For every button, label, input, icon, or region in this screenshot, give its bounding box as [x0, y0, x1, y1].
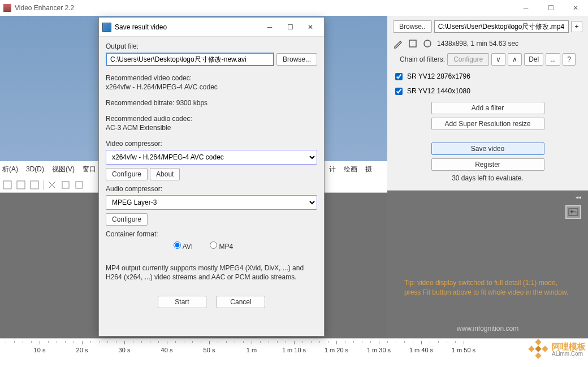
app-logo-icon [3, 4, 11, 12]
tool-icon[interactable] [74, 180, 84, 190]
watermark-logo-icon [529, 340, 548, 359]
delete-filter-button[interactable]: Del [524, 53, 543, 66]
output-file-input[interactable] [106, 53, 274, 66]
video-info: 1438x898, 1 min 54.63 sec [437, 40, 518, 48]
dialog-icon [102, 23, 111, 32]
pencil-icon[interactable] [393, 38, 403, 49]
container-format-label: Container format: [106, 230, 317, 238]
audio-compressor-select[interactable]: MPEG Layer-3 [106, 195, 317, 210]
app-title: Video Enhancer 2.2 [15, 4, 513, 12]
timeline-label: 50 s [204, 347, 215, 353]
format-avi-radio[interactable]: AVI [174, 241, 193, 251]
rec-vcodec-value: x264vfw - H.264/MPEG-4 AVC codec [106, 83, 317, 91]
svg-point-10 [570, 210, 573, 213]
menu-3d[interactable]: 3D(D) [26, 165, 44, 173]
timeline-label: 40 s [161, 347, 173, 353]
dialog-title: Save result video [115, 23, 260, 31]
svg-rect-7 [409, 40, 416, 47]
tool-icon[interactable] [60, 180, 71, 190]
timeline-label: 30 s [119, 347, 131, 353]
trial-text: 30 days left to evaluate. [393, 174, 582, 182]
move-down-button[interactable]: ∨ [491, 53, 505, 66]
filter-row[interactable]: SR YV12 1440x1080 [393, 84, 582, 98]
preview-dark-panel: ◂◂ Tip: video display switched to full d… [387, 191, 588, 338]
svg-rect-6 [76, 182, 83, 188]
side-panel: Browse.. + 1438x898, 1 min 54.63 sec Cha… [387, 16, 588, 338]
timeline-label: 1 m 40 s [409, 347, 433, 353]
maximize-button[interactable]: ☐ [538, 0, 563, 16]
watermark-sub: ALimm.Com [552, 351, 586, 357]
minimize-button[interactable]: ─ [513, 0, 538, 16]
cn-icon-1[interactable]: 计 [329, 165, 336, 174]
svg-rect-2 [31, 181, 38, 189]
register-button[interactable]: Register [431, 158, 544, 171]
audio-compressor-label: Audio compressor: [106, 185, 317, 193]
filter-1-label: SR YV12 2876x1796 [407, 72, 470, 80]
vcomp-configure-button[interactable]: Configure [106, 168, 148, 180]
move-up-button[interactable]: ∧ [508, 53, 522, 66]
help-button[interactable]: ? [563, 53, 576, 66]
mp4-note-1: MP4 output currently supports mostly MPE… [106, 264, 317, 272]
tool-icon[interactable] [29, 180, 40, 190]
rec-bitrate: Recommended bitrate: 9300 kbps [106, 99, 317, 107]
footer-link[interactable]: www.infognition.com [387, 325, 588, 333]
more-button[interactable]: ... [546, 53, 560, 66]
cn-icon-2[interactable]: 绘画 [344, 165, 357, 174]
filter-row[interactable]: SR YV12 2876x1796 [393, 69, 582, 84]
dialog-minimize-button[interactable]: ─ [260, 19, 280, 35]
save-video-button[interactable]: Save video [431, 143, 544, 155]
vcomp-about-button[interactable]: About [150, 168, 180, 180]
add-file-button[interactable]: + [571, 21, 582, 32]
browse-button[interactable]: Browse.. [393, 20, 432, 33]
timeline[interactable]: 10 s20 s30 s40 s50 s1 m1 m 10 s1 m 20 s1… [0, 338, 588, 367]
chain-configure-button[interactable]: Configure [447, 53, 489, 66]
filter-2-label: SR YV12 1440x1080 [407, 87, 470, 95]
filter-1-checkbox[interactable] [395, 73, 403, 80]
file-path-input[interactable] [434, 20, 569, 33]
svg-point-8 [424, 40, 431, 47]
dialog-close-button[interactable]: ✕ [300, 19, 321, 35]
square-icon[interactable] [408, 38, 418, 49]
add-filter-button[interactable]: Add a filter [431, 102, 544, 114]
dialog-maximize-button[interactable]: ☐ [280, 19, 300, 35]
format-mp4-radio[interactable]: MP4 [210, 241, 233, 251]
timeline-label: 1 m 30 s [367, 347, 391, 353]
tip-text: Tip: video display switched to full deta… [404, 278, 571, 297]
cn-icon-3[interactable]: 摄 [365, 165, 372, 174]
circle-icon[interactable] [422, 38, 433, 49]
cancel-button[interactable]: Cancel [217, 296, 265, 308]
timeline-label: 1 m 10 s [282, 347, 306, 353]
svg-rect-1 [17, 181, 25, 189]
watermark-title: 阿哩模板 [552, 342, 586, 351]
output-browse-button[interactable]: Browse... [276, 53, 317, 66]
start-button[interactable]: Start [158, 296, 206, 308]
timeline-label: 20 s [76, 347, 88, 353]
menu-view[interactable]: 视图(V) [52, 165, 75, 174]
tool-icon[interactable] [2, 180, 12, 190]
svg-rect-5 [62, 182, 69, 188]
tool-icon[interactable] [47, 180, 57, 190]
add-super-resolution-button[interactable]: Add Super Resolution resize [431, 118, 544, 130]
watermark: 阿哩模板 ALimm.Com [529, 340, 586, 359]
video-compressor-label: Video compressor: [106, 140, 317, 148]
video-compressor-select[interactable]: x264vfw - H.264/MPEG-4 AVC codec [106, 150, 317, 165]
rec-acodec-label: Recommended audio codec: [106, 115, 317, 123]
svg-rect-0 [3, 181, 11, 189]
acomp-configure-button[interactable]: Configure [106, 213, 148, 226]
chain-label: Chain of filters: [400, 55, 445, 63]
menu-analyze[interactable]: 析(A) [2, 165, 18, 174]
collapse-icon[interactable]: ◂◂ [576, 194, 581, 200]
preview-thumbnail-icon[interactable] [565, 205, 581, 219]
filter-2-checkbox[interactable] [395, 88, 403, 95]
output-file-label: Output file: [106, 42, 317, 50]
timeline-label: 10 s [34, 347, 46, 353]
tool-icon[interactable] [16, 180, 26, 190]
titlebar: Video Enhancer 2.2 ─ ☐ ✕ [0, 0, 588, 16]
menu-window[interactable]: 窗口 [83, 165, 96, 174]
close-button[interactable]: ✕ [563, 0, 588, 16]
timeline-label: 1 m [247, 347, 257, 353]
save-dialog: Save result video ─ ☐ ✕ Output file: Bro… [98, 17, 325, 336]
rec-vcodec-label: Recommended video codec: [106, 74, 317, 82]
timeline-label: 1 m 50 s [452, 347, 475, 353]
mp4-note-2: H264 (x264, ...) video streams and AAC o… [106, 273, 317, 281]
